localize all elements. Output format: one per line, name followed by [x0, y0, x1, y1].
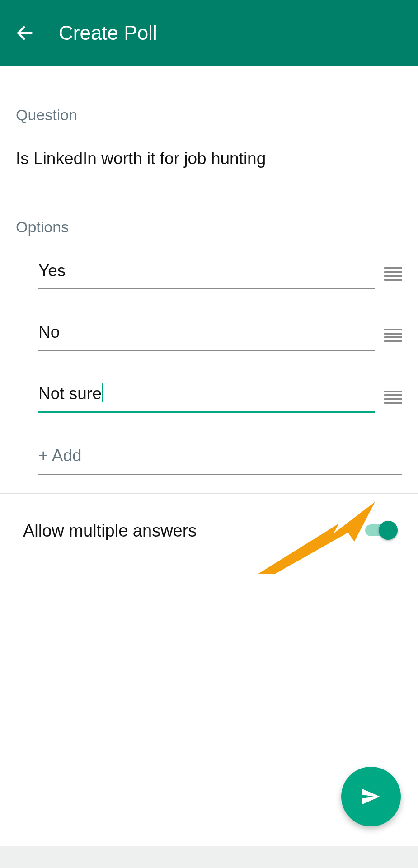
drag-handle-icon[interactable] — [384, 390, 402, 405]
question-input[interactable] — [16, 146, 402, 175]
send-button[interactable] — [341, 767, 401, 826]
options-section-label: Options — [16, 218, 402, 236]
add-option-input[interactable] — [38, 443, 402, 475]
allow-multiple-toggle[interactable] — [365, 521, 398, 541]
page-title: Create Poll — [59, 22, 157, 44]
content-area: Question Options Not sure — [0, 66, 418, 541]
option-row: Not sure — [38, 382, 402, 413]
text-cursor — [102, 383, 103, 402]
send-icon — [359, 785, 383, 808]
toggle-thumb — [379, 521, 398, 540]
drag-handle-icon[interactable] — [384, 328, 402, 343]
app-header: Create Poll — [0, 0, 418, 66]
arrow-left-icon — [15, 23, 35, 43]
question-section-label: Question — [16, 106, 402, 124]
allow-multiple-label: Allow multiple answers — [23, 521, 197, 541]
option-input-2[interactable] — [38, 320, 375, 351]
system-nav-bar — [0, 846, 418, 868]
back-button[interactable] — [14, 22, 36, 44]
section-divider — [0, 493, 418, 494]
options-list: Not sure — [16, 259, 402, 475]
option-row — [38, 320, 402, 351]
allow-multiple-row: Allow multiple answers — [16, 494, 402, 541]
options-section: Options Not sure — [16, 218, 402, 475]
add-option-row — [38, 443, 402, 475]
option-row — [38, 259, 402, 289]
drag-handle-icon[interactable] — [384, 266, 402, 282]
option-input-1[interactable] — [38, 259, 375, 289]
option-input-3[interactable]: Not sure — [38, 382, 375, 413]
